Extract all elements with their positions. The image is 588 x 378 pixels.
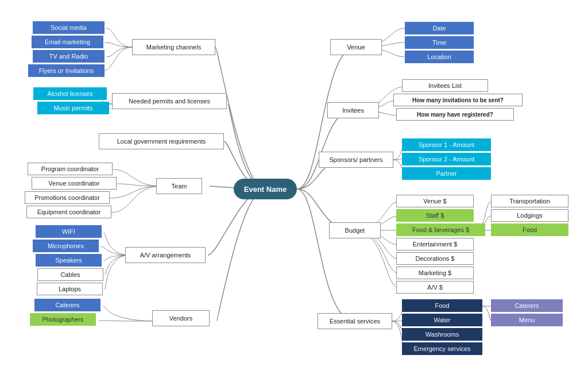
leaf-emergency[interactable]: Emergency services [402,342,482,355]
leaf-speakers[interactable]: Speakers [36,254,102,267]
leaf-cables[interactable]: Cables [37,268,103,281]
branch-invitees[interactable]: Invitees [327,102,379,118]
branch-budget-label: Budget [345,227,365,234]
branch-essential[interactable]: Essential services [318,313,392,329]
leaf-microphones[interactable]: Microphones [33,240,99,252]
branch-essential-label: Essential services [330,318,380,325]
leaf-marketing-budget[interactable]: Marketing $ [396,267,474,279]
leaf-staff-budget[interactable]: Staff $ [396,209,474,222]
branch-local-gov[interactable]: Local government requirements [99,133,224,149]
leaf-photographers[interactable]: Photographers [30,313,96,326]
leaf-flyers[interactable]: Flyers or Invitations [28,64,105,77]
leaf-time[interactable]: Time [405,36,474,49]
leaf-invitations-count[interactable]: How many invitations to be sent? [393,94,523,106]
leaf-promo-coord[interactable]: Promotions coordinator [25,191,110,204]
branch-venue[interactable]: Venue [330,39,382,55]
branch-budget[interactable]: Budget [329,222,381,238]
branch-team-label: Team [172,183,187,190]
branch-sponsors-label: Sponsors/ partners [330,156,383,163]
branch-invitees-label: Invitees [342,107,364,114]
branch-permits-label: Needed permits and licenses [129,98,210,105]
leaf-date[interactable]: Date [405,22,474,34]
leaf-location[interactable]: Location [405,51,474,63]
leaf-venue-budget[interactable]: Venue $ [396,195,474,207]
leaf-entertainment-budget[interactable]: Entertainment $ [396,238,474,250]
branch-vendors-label: Vendors [169,315,192,322]
leaf-menu[interactable]: Menu [491,314,563,326]
leaf-equip-coord[interactable]: Equipment coordinator [26,206,111,218]
leaf-water[interactable]: Water [402,314,482,326]
leaf-transportation[interactable]: Transportation [491,195,568,207]
leaf-program-coord[interactable]: Program coordinator [28,163,113,175]
leaf-washrooms[interactable]: Washrooms [402,328,482,341]
branch-venue-label: Venue [347,44,365,51]
center-node[interactable]: Event Name [234,179,297,199]
leaf-sponsor2[interactable]: Sponsor 2 - Amount [402,153,491,165]
leaf-venue-coord[interactable]: Venue coordinator [32,177,117,190]
leaf-registered-count[interactable]: How many have registered? [396,108,514,121]
branch-permits[interactable]: Needed permits and licenses [112,93,227,109]
center-label: Event Name [244,185,287,194]
leaf-sponsor1[interactable]: Sponsor 1 - Amount [402,138,491,151]
leaf-partner[interactable]: Partner [402,167,491,180]
branch-av[interactable]: A/V arrangements [125,247,206,263]
leaf-music[interactable]: Music permits [37,102,109,114]
leaf-av-budget[interactable]: A/V $ [396,281,474,294]
leaf-tv-radio[interactable]: TV and Radio [33,50,105,63]
branch-team[interactable]: Team [156,178,202,194]
leaf-caterers-vendor[interactable]: Caterers [34,299,100,311]
branch-local-gov-label: Local government requirements [117,138,206,145]
leaf-email-marketing[interactable]: Email marketing [32,36,103,48]
leaf-decorations-budget[interactable]: Decorations $ [396,252,474,265]
leaf-lodgings[interactable]: Lodgings [491,209,568,222]
leaf-caterers[interactable]: Caterers [491,299,563,312]
branch-sponsors[interactable]: Sponsors/ partners [319,152,393,168]
leaf-food-budget[interactable]: Food & beverages $ [396,223,485,236]
branch-marketing-label: Marketing channels [146,44,201,51]
leaf-social-media[interactable]: Social media [33,21,105,34]
branch-marketing[interactable]: Marketing channels [132,39,215,55]
leaf-alcohol[interactable]: Alcohol licenses [33,87,107,100]
leaf-wifi[interactable]: WIFI [36,225,102,238]
leaf-invitees-list[interactable]: Invitees List [402,79,488,92]
branch-vendors[interactable]: Vendors [152,310,210,326]
leaf-laptops[interactable]: Laptops [37,283,103,295]
leaf-essential-food[interactable]: Food [402,299,482,312]
leaf-food-sub[interactable]: Food [491,223,568,236]
branch-av-label: A/V arrangements [140,252,191,259]
